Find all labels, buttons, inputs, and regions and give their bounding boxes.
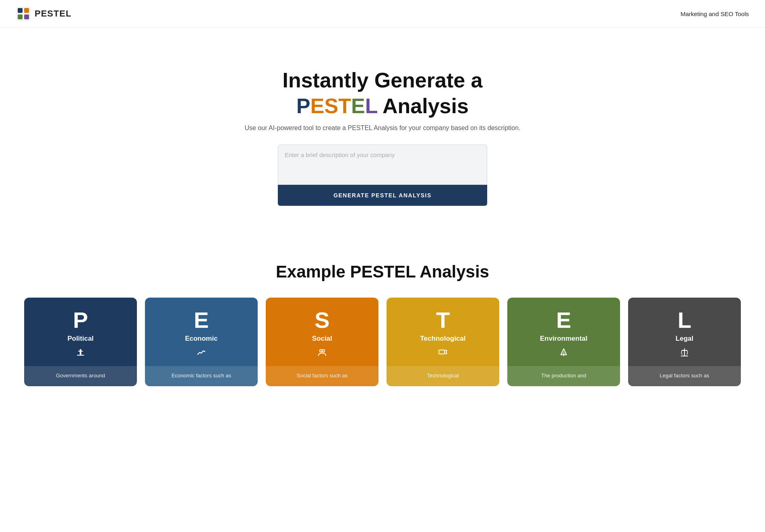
card-political-title: Political [67,335,93,343]
nav-marketing-seo[interactable]: Marketing and SEO Tools [680,10,749,17]
letter-l: L [365,94,378,118]
card-technological: T Technological Technological [387,298,499,386]
card-economic-title: Economic [185,335,217,343]
letter-t: T [338,94,351,118]
letter-e1: E [310,94,325,118]
svg-rect-6 [80,349,81,355]
logo-icon [16,6,31,21]
card-legal-body: Legal factors such as [628,366,741,386]
card-economic-letter: E [194,309,209,331]
example-section: Example PESTEL Analysis P Political Gove… [0,230,765,386]
company-description-input[interactable] [278,145,487,185]
card-social-text: Social factors such as [272,372,372,380]
svg-rect-13 [563,355,564,356]
card-social-title: Social [312,335,332,343]
card-environmental-title: Environmental [540,335,587,343]
technological-icon [438,348,448,360]
card-environmental-body: The production and [507,366,620,386]
logo-text: PESTEL [35,8,72,19]
card-political-text: Governments around [31,372,130,380]
logo[interactable]: PESTEL [16,6,72,21]
card-legal-letter: L [678,309,691,331]
card-political-letter: P [73,309,88,331]
letter-e2: E [351,94,365,118]
letter-p: P [296,94,310,118]
card-economic-body: Economic factors such as [145,366,258,386]
card-technological-letter: T [436,309,450,331]
card-environmental-letter: E [556,309,571,331]
pestel-cards-grid: P Political Governments around E Economi… [24,298,741,386]
generate-button[interactable]: GENERATE PESTEL ANALYSIS [278,185,487,206]
card-social-header: S Social [266,298,378,366]
hero-heading: Instantly Generate a PESTEL Analysis [8,68,757,118]
card-economic: E Economic Economic factors such as [145,298,258,386]
card-political-body: Governments around [24,366,137,386]
card-economic-text: Economic factors such as [151,372,251,380]
example-section-title: Example PESTEL Analysis [24,262,741,282]
hero-title-line1: Instantly Generate a [8,68,757,92]
svg-rect-10 [439,350,445,354]
social-icon [317,348,327,360]
svg-rect-2 [24,8,29,13]
card-technological-body: Technological [387,366,499,386]
svg-point-9 [322,350,325,352]
legal-icon [680,348,689,360]
card-technological-title: Technological [420,335,465,343]
card-legal-title: Legal [676,335,693,343]
card-social-body: Social factors such as [266,366,378,386]
card-political: P Political Governments around [24,298,137,386]
svg-rect-7 [78,351,83,352]
letter-s: S [324,94,338,118]
card-economic-header: E Economic [145,298,258,366]
environmental-icon [559,348,569,360]
card-social: S Social Social factors such as [266,298,378,386]
pestel-colored-word: PESTEL [296,94,382,118]
card-technological-header: T Technological [387,298,499,366]
svg-rect-3 [18,14,23,19]
card-legal-header: L Legal [628,298,741,366]
hero-subtitle: Use our AI-powered tool to create a PEST… [8,124,757,132]
card-legal: L Legal Legal factors such as [628,298,741,386]
political-icon [76,348,85,360]
site-header: PESTEL Marketing and SEO Tools [0,0,765,28]
card-political-header: P Political [24,298,137,366]
card-environmental-text: The production and [514,372,614,380]
input-area: GENERATE PESTEL ANALYSIS [278,145,487,206]
svg-rect-5 [77,355,84,356]
economic-icon [196,348,206,360]
card-environmental: E Environmental The production and [507,298,620,386]
card-technological-text: Technological [393,372,493,380]
card-social-letter: S [314,309,329,331]
hero-section: Instantly Generate a PESTEL Analysis Use… [0,28,765,230]
card-environmental-header: E Environmental [507,298,620,366]
svg-rect-1 [18,8,23,13]
svg-rect-4 [24,14,29,19]
hero-title-line2: PESTEL Analysis [8,94,757,118]
card-legal-text: Legal factors such as [635,372,734,380]
